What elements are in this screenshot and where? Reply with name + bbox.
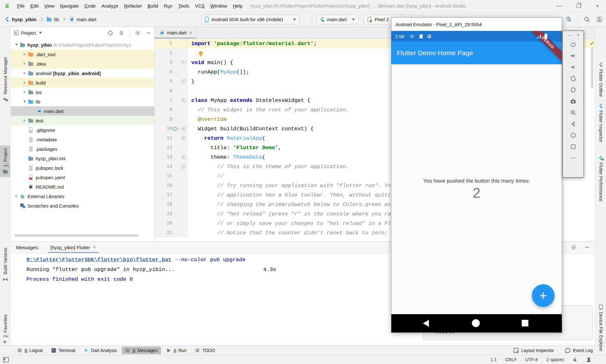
- overview-icon[interactable]: [570, 143, 577, 150]
- tree-item-readme-md[interactable]: README.md: [11, 182, 154, 191]
- close-tab-icon[interactable]: [93, 245, 96, 250]
- tree-item-ios[interactable]: ios: [11, 87, 154, 97]
- overview-icon[interactable]: [522, 320, 528, 326]
- event-log-button[interactable]: Event Log: [565, 348, 593, 353]
- tree-arrow-icon[interactable]: [21, 91, 27, 93]
- hide-panel-icon[interactable]: [584, 244, 590, 250]
- console-link[interactable]: R:\Flutter\FlutterSDK\flutter\bin\flutte…: [27, 257, 171, 263]
- more-icon[interactable]: [570, 155, 577, 161]
- stripe-project[interactable]: 1: Project: [0, 145, 10, 177]
- tree-item-build[interactable]: build: [11, 78, 154, 87]
- caret-position[interactable]: 1:1: [490, 357, 496, 362]
- project-panel-title[interactable]: Project: [21, 30, 36, 36]
- fab-increment-button[interactable]: +: [532, 284, 555, 307]
- tree-item--gitignore[interactable]: .gitignore: [11, 125, 154, 135]
- emulator-close-icon[interactable]: ×: [577, 32, 579, 38]
- home-icon[interactable]: [570, 132, 577, 139]
- stripe-device-file-explorer[interactable]: Device File Explorer: [595, 304, 606, 351]
- package-down-icon[interactable]: [565, 16, 572, 23]
- minimize-icon[interactable]: —: [556, 3, 561, 9]
- tree-item-hyzp-yibin-iml[interactable]: hyzp_yibin.iml: [11, 154, 154, 163]
- chevron-down-icon[interactable]: [39, 32, 42, 34]
- tool-tab-0-messages[interactable]: 0: Messages: [122, 347, 161, 354]
- tree-item--metadata[interactable]: .metadata: [11, 135, 154, 144]
- inspection-ok-icon[interactable]: ✓: [590, 40, 595, 47]
- menu-edit[interactable]: Edit: [27, 3, 41, 9]
- tree-arrow-icon[interactable]: [21, 72, 27, 74]
- settings-icon[interactable]: [571, 244, 577, 250]
- stripe-flutter-inspector[interactable]: Flutter Inspector: [595, 103, 606, 142]
- menu-window[interactable]: Window: [207, 3, 230, 9]
- screenshot-camera-icon[interactable]: [570, 98, 577, 105]
- tab-flutter-console[interactable]: [hyzp_yibin] Flutter: [48, 242, 98, 253]
- tree-item-main-dart[interactable]: main.dart: [11, 106, 154, 116]
- stripe-build-variants[interactable]: Build Variants: [0, 248, 10, 282]
- restore-icon[interactable]: [577, 4, 581, 8]
- device-selector-dropdown[interactable]: Android SDK built for x86 (mobile): [201, 15, 300, 24]
- rotate-left-icon[interactable]: [570, 75, 577, 82]
- tool-tab-dart-analysis[interactable]: Dart Analysis: [80, 347, 120, 354]
- tree-item-hyzp-yibin[interactable]: hyzp_yibin R:\FlutterProject\FlutterProj…: [11, 40, 154, 50]
- breadcrumb-project[interactable]: hyzp_yibin: [12, 17, 37, 22]
- tree-item-lib[interactable]: lib: [11, 97, 154, 106]
- run-config-dropdown[interactable]: main.dart: [316, 15, 359, 24]
- tree-item-test[interactable]: test: [11, 116, 154, 125]
- tree-item-pubspec-lock[interactable]: pubspec.lock: [11, 163, 154, 173]
- indent-setting[interactable]: 2 spaces: [546, 357, 564, 362]
- hide-panel-icon[interactable]: [146, 30, 151, 36]
- menu-tools[interactable]: Tools: [175, 3, 192, 9]
- stripe-flutter-performance[interactable]: Flutter Performance: [595, 156, 606, 202]
- breadcrumb-file[interactable]: main.dart: [77, 17, 97, 22]
- tree-item--dart-tool[interactable]: .dart_tool: [11, 50, 154, 59]
- collapse-all-icon[interactable]: [118, 30, 124, 36]
- zoom-icon[interactable]: [570, 109, 577, 116]
- back-icon[interactable]: [423, 320, 429, 327]
- tree-arrow-icon[interactable]: [21, 53, 27, 56]
- unlock-icon[interactable]: [573, 357, 578, 362]
- avatar[interactable]: [596, 16, 603, 23]
- tree-item-pubspec-yaml[interactable]: pubspec.yaml: [11, 173, 154, 182]
- tree-item-external-libraries[interactable]: External Libraries: [11, 191, 154, 201]
- tool-tab-6-logcat[interactable]: 6: Logcat: [14, 347, 46, 354]
- encoding[interactable]: UTF-8: [525, 357, 538, 362]
- close-tab-icon[interactable]: [189, 30, 192, 35]
- settings-icon[interactable]: [135, 30, 141, 36]
- tree-item--packages[interactable]: .packages: [11, 144, 154, 154]
- tree-item-scratches-and-consoles[interactable]: Scratches and Consoles: [11, 201, 154, 210]
- tree-arrow-icon[interactable]: [21, 101, 27, 103]
- tree-arrow-icon[interactable]: [21, 119, 27, 122]
- volume-up-icon[interactable]: [570, 52, 577, 59]
- horizontal-scrollbar[interactable]: [15, 234, 138, 237]
- breadcrumb-lib[interactable]: lib: [54, 17, 59, 22]
- menu-analyze[interactable]: Analyze: [98, 3, 121, 9]
- menu-refactor[interactable]: Refactor: [121, 3, 145, 9]
- profile-icon[interactable]: [586, 357, 591, 362]
- tree-arrow-icon[interactable]: [21, 62, 27, 65]
- menu-view[interactable]: View: [41, 3, 57, 9]
- tool-tab-terminal[interactable]: Terminal: [48, 347, 79, 354]
- locate-icon[interactable]: [107, 30, 113, 36]
- tool-window-toggle-icon[interactable]: [3, 357, 9, 362]
- tree-item-android[interactable]: android[hyzp_yibin_android]: [11, 68, 154, 78]
- line-ending[interactable]: CRLF: [505, 357, 517, 362]
- tree-arrow-icon[interactable]: [13, 44, 19, 46]
- home-icon[interactable]: [472, 319, 480, 327]
- editor-scrollbar[interactable]: [591, 47, 593, 88]
- menu-run[interactable]: Run: [161, 3, 175, 9]
- tree-item--idea[interactable]: .idea: [11, 59, 154, 68]
- back-icon[interactable]: [570, 120, 577, 127]
- menu-vcs[interactable]: VCS: [192, 3, 207, 9]
- menu-file[interactable]: File: [14, 3, 27, 9]
- menu-build[interactable]: Build: [145, 3, 161, 9]
- layout-inspector-button[interactable]: Layout Inspector: [514, 348, 554, 353]
- search-icon[interactable]: [584, 16, 590, 23]
- stripe-flutter-outline[interactable]: Flutter Outline: [595, 62, 606, 97]
- rotate-right-icon[interactable]: [570, 86, 577, 93]
- tool-tab-todo[interactable]: TODO: [192, 347, 218, 354]
- menu-navigate[interactable]: Navigate: [57, 3, 81, 9]
- volume-down-icon[interactable]: [570, 64, 577, 71]
- menu-code[interactable]: Code: [82, 3, 99, 9]
- stripe-favorites[interactable]: 2: Favorites: [0, 314, 10, 345]
- emulator-minimize-icon[interactable]: —: [567, 32, 572, 38]
- close-icon[interactable]: ×: [596, 3, 599, 9]
